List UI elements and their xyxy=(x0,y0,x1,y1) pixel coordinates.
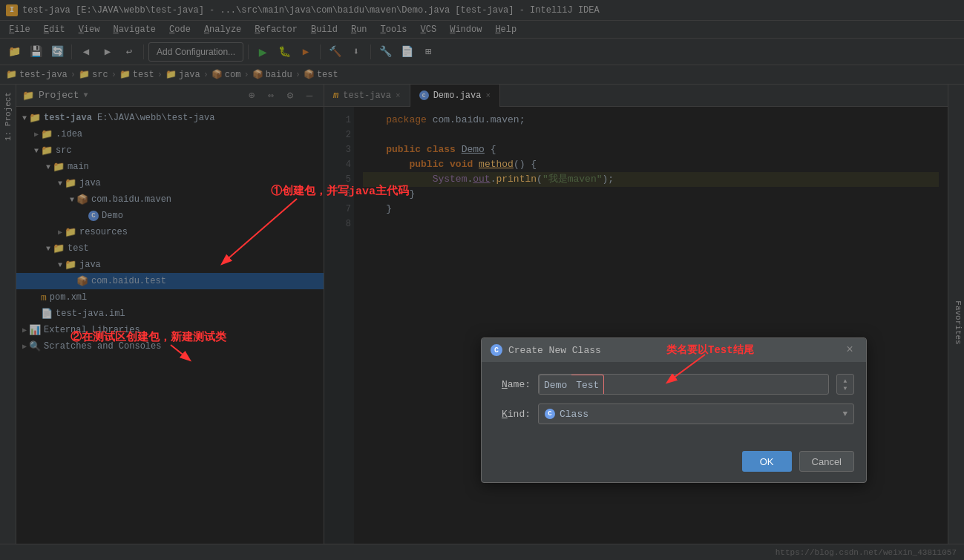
dialog-title-text: Create New Class xyxy=(508,345,601,356)
create-new-class-dialog: C Create New Class × Name: Demo Test ▲ ▼… xyxy=(481,337,867,483)
name-input-combined[interactable]: Demo Test xyxy=(538,374,829,395)
kind-dropdown-icon: ▼ xyxy=(842,409,847,418)
name-input-test-part[interactable]: Test xyxy=(571,375,604,395)
kind-select[interactable]: C Class ▼ xyxy=(538,403,854,424)
dialog-title: C Create New Class xyxy=(491,344,601,356)
dialog-name-label: Name: xyxy=(494,379,531,390)
dialog-kind-label: Kind: xyxy=(494,409,531,420)
dialog-title-bar: C Create New Class × xyxy=(482,338,866,362)
dialog-name-row: Name: Demo Test ▲ ▼ xyxy=(494,374,854,395)
sort-btn[interactable]: ▲ ▼ xyxy=(836,374,854,395)
dialog-title-icon: C xyxy=(491,344,502,356)
dialog-cancel-btn[interactable]: Cancel xyxy=(799,451,854,472)
sort-up-icon: ▲ xyxy=(844,378,847,384)
dialog-kind-row: Kind: C Class ▼ xyxy=(494,403,854,424)
dialog-body: Name: Demo Test ▲ ▼ Kind: C Class ▼ xyxy=(482,362,866,445)
kind-class-icon: C xyxy=(545,409,555,419)
kind-select-content: C Class xyxy=(545,409,588,420)
dialog-close-btn[interactable]: × xyxy=(842,343,857,358)
kind-value-label: Class xyxy=(560,409,588,420)
dialog-footer: OK Cancel xyxy=(482,445,866,482)
sort-down-icon: ▼ xyxy=(844,385,847,392)
dialog-ok-btn[interactable]: OK xyxy=(742,451,792,472)
name-input-demo-part: Demo xyxy=(539,375,571,395)
